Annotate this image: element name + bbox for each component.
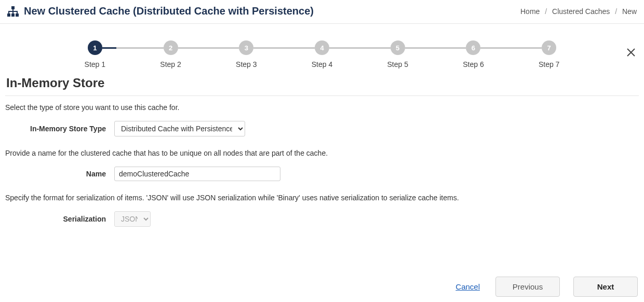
name-label: Name [5, 170, 114, 178]
name-input[interactable] [114, 167, 280, 181]
step-label: Step 3 [236, 60, 257, 68]
step-3[interactable]: 3Step 3 [208, 40, 284, 68]
step-1[interactable]: 1Step 1 [57, 40, 133, 68]
divider [5, 95, 639, 96]
breadcrumb-home[interactable]: Home [520, 7, 540, 16]
previous-button[interactable]: Previous [495, 277, 560, 297]
page-title: New Clustered Cache (Distributed Cache w… [24, 5, 314, 17]
step-2[interactable]: 2Step 2 [133, 40, 209, 68]
cancel-link[interactable]: Cancel [455, 282, 480, 291]
svg-rect-3 [16, 13, 19, 17]
step-5[interactable]: 5Step 5 [360, 40, 436, 68]
step-label: Step 1 [85, 60, 105, 68]
svg-rect-0 [11, 6, 15, 9]
step-circle: 7 [542, 40, 556, 55]
serialization-select[interactable]: JSON [114, 211, 151, 227]
step-circle: 2 [164, 40, 178, 55]
store-type-select[interactable]: Distributed Cache with Persistence [114, 121, 245, 136]
step-circle: 6 [466, 40, 480, 55]
hierarchy-icon [7, 6, 19, 17]
breadcrumb-current: New [622, 7, 637, 16]
step-circle: 5 [391, 40, 405, 55]
step-label: Step 4 [312, 60, 332, 68]
step-circle: 3 [239, 40, 253, 55]
wizard-stepper: 1Step 12Step 23Step 34Step 45Step 56Step… [57, 40, 587, 68]
serialization-description: Specify the format for serialization of … [5, 194, 639, 202]
breadcrumb-clustered-caches[interactable]: Clustered Caches [552, 7, 610, 16]
step-6[interactable]: 6Step 6 [436, 40, 512, 68]
step-circle: 4 [315, 40, 329, 55]
name-description: Provide a name for the clustered cache t… [5, 149, 639, 157]
close-icon[interactable] [626, 48, 636, 59]
section-title: In-Memory Store [5, 76, 639, 90]
step-7[interactable]: 7Step 7 [511, 40, 587, 68]
store-type-label: In-Memory Store Type [5, 125, 114, 133]
step-label: Step 6 [463, 60, 484, 68]
svg-rect-2 [11, 13, 15, 17]
serialization-label: Serialization [5, 215, 114, 223]
breadcrumb: Home / Clustered Caches / New [520, 7, 637, 16]
step-label: Step 2 [160, 60, 181, 68]
step-label: Step 5 [387, 60, 408, 68]
store-type-description: Select the type of store you want to use… [5, 103, 639, 112]
step-label: Step 7 [539, 60, 559, 68]
step-circle: 1 [88, 40, 102, 55]
next-button[interactable]: Next [573, 277, 638, 297]
svg-rect-1 [7, 13, 10, 17]
step-4[interactable]: 4Step 4 [284, 40, 360, 68]
